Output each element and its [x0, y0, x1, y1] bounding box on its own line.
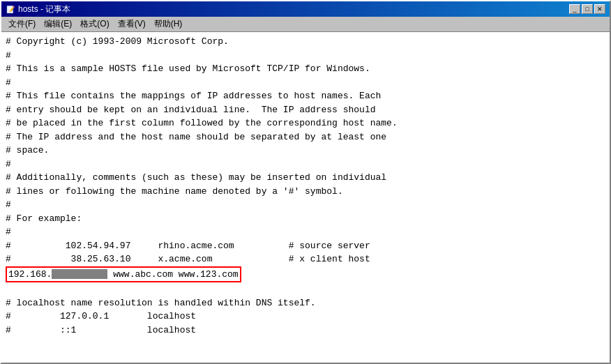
close-button[interactable]: ✕ — [594, 4, 605, 14]
text-editor[interactable]: # Copyright (c) 1993-2009 Microsoft Corp… — [1, 32, 610, 363]
title-bar-left: 📝 hosts - 记事本 — [6, 3, 70, 15]
menu-view[interactable]: 查看(V) — [114, 17, 150, 31]
title-bar-buttons: _ □ ✕ — [569, 4, 605, 14]
main-window: 📝 hosts - 记事本 _ □ ✕ 文件(F) 编辑(E) 格式(O) 查看… — [0, 0, 611, 364]
menu-format[interactable]: 格式(O) — [76, 17, 113, 31]
text-content: # Copyright (c) 1993-2009 Microsoft Corp… — [6, 35, 605, 337]
menu-file[interactable]: 文件(F) — [4, 17, 40, 31]
highlighted-line: 192.168. www.abc.com www.123.com — [6, 266, 241, 283]
app-icon: 📝 — [6, 4, 15, 14]
maximize-button[interactable]: □ — [582, 4, 593, 14]
menu-help[interactable]: 帮助(H) — [150, 17, 187, 31]
window-title: hosts - 记事本 — [18, 3, 70, 15]
menu-edit[interactable]: 编辑(E) — [40, 17, 76, 31]
menu-bar: 文件(F) 编辑(E) 格式(O) 查看(V) 帮助(H) — [1, 17, 610, 32]
title-bar: 📝 hosts - 记事本 _ □ ✕ — [1, 1, 610, 17]
redacted-ip-2 — [80, 269, 107, 279]
minimize-button[interactable]: _ — [569, 4, 580, 14]
redacted-ip-1 — [52, 269, 80, 279]
